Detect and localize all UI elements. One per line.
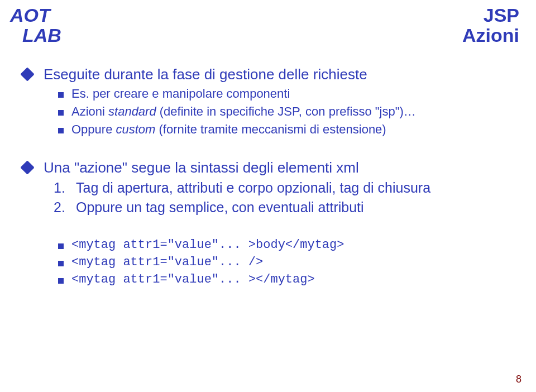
num-1-label: 1. [54,180,69,196]
bullet-1: Eseguite durante la fase di gestione del… [22,66,514,83]
diamond-icon [20,67,34,81]
num-1-text: Tag di apertura, attributi e corpo opzio… [76,180,430,196]
sub3-suffix: (fornite tramite meccanismi di estension… [155,122,386,136]
logo-line2: LAB [22,26,61,46]
sub-item-1-text: Es. per creare e manipolare componenti [71,87,290,101]
num-item-2: 2. Oppure un tag semplice, con eventuali… [54,199,514,216]
square-icon [58,243,64,249]
title-line2: Azioni [462,26,519,46]
code-row-3: <mytag attr1="value"... ></mytag> [58,273,514,286]
code-list: <mytag attr1="value"... >body</mytag> <m… [58,238,514,286]
sub2-italic: standard [108,104,156,118]
square-icon [58,278,64,284]
num-2-text: Oppure un tag semplice, con eventuali at… [76,199,364,216]
code-row-1: <mytag attr1="value"... >body</mytag> [58,238,514,252]
bullet-2-text: Una "azione" segue la sintassi degli ele… [44,159,359,176]
sub3-italic: custom [116,122,156,136]
square-icon [58,128,64,133]
code-2: <mytag attr1="value"... /> [71,255,263,269]
code-1: <mytag attr1="value"... >body</mytag> [71,238,344,252]
square-icon [58,110,64,116]
numbered-list: 1. Tag di apertura, attributi e corpo op… [54,180,514,216]
diamond-icon [20,160,34,174]
sub-item-2-text: Azioni standard (definite in specifiche … [71,104,416,119]
sub-item-3: Oppure custom (fornite tramite meccanism… [58,122,514,137]
sub2-suffix: (definite in specifiche JSP, con prefiss… [156,104,416,118]
square-icon [58,261,64,266]
page-number: 8 [516,374,521,385]
sub-item-3-text: Oppure custom (fornite tramite meccanism… [71,122,386,137]
sub-list-1: Es. per creare e manipolare componenti A… [58,87,514,137]
code-3: <mytag attr1="value"... ></mytag> [71,273,315,286]
logo-line1: AOT [10,6,61,26]
bullet-2: Una "azione" segue la sintassi degli ele… [22,159,514,176]
title-line1: JSP [462,6,519,26]
code-row-2: <mytag attr1="value"... /> [58,255,514,269]
section-2: Una "azione" segue la sintassi degli ele… [22,159,514,286]
square-icon [58,92,64,98]
lab-logo: AOT LAB [10,6,61,45]
bullet-1-text: Eseguite durante la fase di gestione del… [44,66,367,83]
sub-item-2: Azioni standard (definite in specifiche … [58,104,514,119]
num-item-1: 1. Tag di apertura, attributi e corpo op… [54,180,514,196]
sub3-prefix: Oppure [71,122,116,136]
slide-content: Eseguite durante la fase di gestione del… [22,66,514,290]
num-2-label: 2. [54,199,69,216]
sub-item-1: Es. per creare e manipolare componenti [58,87,514,101]
slide-title: JSP Azioni [462,6,519,45]
sub2-prefix: Azioni [71,104,108,118]
